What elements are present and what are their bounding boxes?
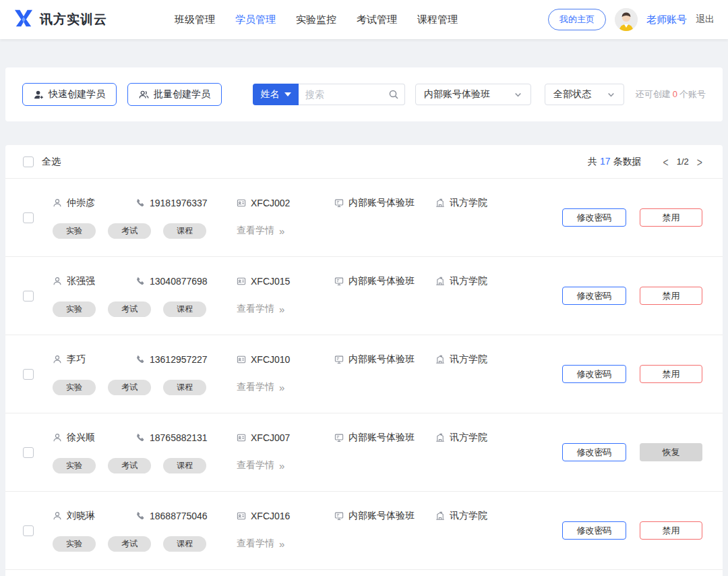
change-password-button[interactable]: 修改密码 xyxy=(562,521,626,540)
college-name: 讯方学院 xyxy=(450,275,487,287)
row-checkbox[interactable] xyxy=(23,212,34,223)
phone-number: 18688775046 xyxy=(150,511,208,521)
tag-exam[interactable]: 考试 xyxy=(108,223,151,239)
row-action-line: 实验 考试 课程 查看学情 » xyxy=(53,301,562,317)
search-icon[interactable] xyxy=(388,89,399,103)
quota-prefix: 还可创建 xyxy=(636,89,671,99)
row-checkbox[interactable] xyxy=(23,447,34,458)
student-name-cell: 徐兴顺 xyxy=(53,432,135,444)
row-checkbox[interactable] xyxy=(23,291,34,301)
nav-class-management[interactable]: 班级管理 xyxy=(175,13,215,26)
row-actions: 修改密码 禁用 xyxy=(562,208,702,227)
permission-tags: 实验 考试 课程 xyxy=(53,536,237,552)
nav-student-management[interactable]: 学员管理 xyxy=(235,13,276,26)
class-name: 内部账号体验班 xyxy=(348,353,415,366)
change-password-button[interactable]: 修改密码 xyxy=(562,287,626,305)
change-password-button[interactable]: 修改密码 xyxy=(562,365,626,383)
status-toggle-button[interactable]: 禁用 xyxy=(640,365,702,383)
status-toggle-button[interactable]: 恢复 xyxy=(640,443,702,461)
row-info-line: 李巧 13612957227 xyxy=(53,353,562,366)
class-filter-dropdown[interactable]: 内部账号体验班 xyxy=(415,84,531,105)
account-code-cell: XFCJ007 xyxy=(237,432,334,443)
search-field-select[interactable]: 姓名 xyxy=(253,84,299,105)
id-card-icon xyxy=(237,198,246,208)
logout-link[interactable]: 退出 xyxy=(696,13,715,26)
account-code: XFCJ010 xyxy=(251,354,290,365)
tag-course[interactable]: 课程 xyxy=(163,301,206,317)
class-cell: 内部账号体验班 xyxy=(334,510,435,522)
permission-tags: 实验 考试 课程 xyxy=(53,223,237,239)
tag-experiment[interactable]: 实验 xyxy=(53,301,96,317)
account-code-cell: XFCJ010 xyxy=(237,354,334,365)
monitor-icon xyxy=(334,198,344,208)
nav-course-management[interactable]: 课程管理 xyxy=(417,13,458,26)
nav-experiment-monitor[interactable]: 实验监控 xyxy=(296,13,336,26)
view-progress-label: 查看学情 xyxy=(237,381,274,393)
prev-page-icon[interactable]: < xyxy=(663,154,669,169)
table-row: 李巧 13612957227 xyxy=(5,335,723,413)
tag-exam[interactable]: 考试 xyxy=(108,301,151,317)
phone-number: 18765882131 xyxy=(150,432,208,443)
status-filter-value: 全部状态 xyxy=(553,88,591,100)
id-card-icon xyxy=(237,277,246,286)
double-arrow-icon: » xyxy=(279,225,284,237)
next-page-icon[interactable]: > xyxy=(697,154,702,169)
top-bar: 讯方实训云 班级管理 学员管理 实验监控 考试管理 课程管理 我的主页 老师账号… xyxy=(0,0,728,39)
tag-exam[interactable]: 考试 xyxy=(108,380,151,395)
account-name[interactable]: 老师账号 xyxy=(646,13,687,26)
class-cell: 内部账号体验班 xyxy=(334,432,435,444)
row-action-line: 实验 考试 课程 查看学情 » xyxy=(53,458,562,473)
select-all-checkbox[interactable] xyxy=(23,156,34,167)
tag-exam[interactable]: 考试 xyxy=(108,458,151,473)
phone-icon xyxy=(135,433,145,442)
quota-count: 0 xyxy=(673,89,677,99)
total-count: 共17条数据 xyxy=(588,156,642,168)
row-action-line: 实验 考试 课程 查看学情 » xyxy=(53,223,562,239)
person-add-icon xyxy=(34,90,44,100)
class-name: 内部账号体验班 xyxy=(348,197,415,209)
batch-create-student-button[interactable]: 批量创建学员 xyxy=(127,83,222,106)
table-row: 徐兴顺 18765882131 xyxy=(5,413,723,492)
building-icon xyxy=(435,355,445,364)
status-toggle-button[interactable]: 禁用 xyxy=(640,208,702,227)
change-password-button[interactable]: 修改密码 xyxy=(562,443,626,461)
permission-tags: 实验 考试 课程 xyxy=(53,301,237,317)
tag-course[interactable]: 课程 xyxy=(163,536,206,552)
search-box xyxy=(299,84,405,105)
view-progress-link[interactable]: 查看学情 » xyxy=(237,459,284,471)
nav-exam-management[interactable]: 考试管理 xyxy=(357,13,397,26)
quick-create-student-button[interactable]: 快速创建学员 xyxy=(22,83,117,106)
tag-course[interactable]: 课程 xyxy=(163,458,206,473)
view-progress-link[interactable]: 查看学情 » xyxy=(237,225,284,237)
id-card-icon xyxy=(237,355,246,364)
view-progress-link[interactable]: 查看学情 » xyxy=(237,538,284,550)
monitor-icon xyxy=(334,355,344,364)
row-checkbox[interactable] xyxy=(23,525,34,536)
row-actions: 修改密码 恢复 xyxy=(562,443,702,461)
building-icon xyxy=(435,198,445,208)
row-main: 李巧 13612957227 xyxy=(53,353,562,395)
building-icon xyxy=(435,511,445,521)
tag-experiment[interactable]: 实验 xyxy=(53,223,96,239)
view-progress-link[interactable]: 查看学情 » xyxy=(237,381,284,393)
tag-experiment[interactable]: 实验 xyxy=(53,458,96,473)
change-password-button[interactable]: 修改密码 xyxy=(562,208,626,227)
my-homepage-button[interactable]: 我的主页 xyxy=(548,9,606,30)
status-toggle-button[interactable]: 禁用 xyxy=(640,287,702,305)
tag-experiment[interactable]: 实验 xyxy=(53,536,96,552)
row-checkbox[interactable] xyxy=(23,369,34,380)
view-progress-link[interactable]: 查看学情 » xyxy=(237,303,284,315)
tag-experiment[interactable]: 实验 xyxy=(53,380,96,395)
status-toggle-button[interactable]: 禁用 xyxy=(640,521,702,540)
account-code: XFCJ007 xyxy=(251,432,290,443)
total-suffix: 条数据 xyxy=(613,156,642,167)
monitor-icon xyxy=(334,511,344,521)
student-name: 仲崇彦 xyxy=(67,197,95,209)
tag-exam[interactable]: 考试 xyxy=(108,536,151,552)
tag-course[interactable]: 课程 xyxy=(163,223,206,239)
tag-course[interactable]: 课程 xyxy=(163,380,206,395)
brand-logo-icon xyxy=(13,9,34,30)
status-filter-dropdown[interactable]: 全部状态 xyxy=(545,84,624,105)
phone-cell: 18688775046 xyxy=(135,511,237,521)
avatar[interactable] xyxy=(615,8,638,31)
